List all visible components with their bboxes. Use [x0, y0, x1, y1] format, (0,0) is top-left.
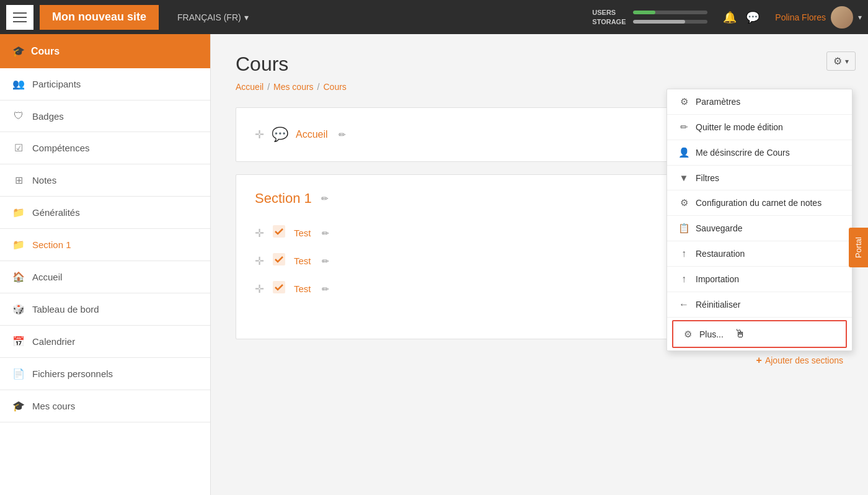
avatar: [831, 6, 853, 29]
hamburger-icon: [13, 12, 27, 22]
dropdown-item-config-notes[interactable]: ⚙ Configuration du carnet de notes: [667, 190, 852, 216]
bell-icon[interactable]: 🔔: [723, 11, 737, 24]
svg-rect-0: [273, 225, 285, 238]
folder-icon: 📁: [12, 239, 25, 251]
drag-handle[interactable]: ✛: [255, 282, 264, 296]
upload-icon: ↑: [678, 248, 689, 259]
graduation-icon: 🎓: [12, 45, 25, 57]
settings-button[interactable]: ⚙ ▾: [826, 51, 856, 71]
gear-icon: ⚙: [678, 197, 689, 208]
notification-icons: 🔔 💬: [723, 11, 760, 24]
chevron-down-icon: ▾: [845, 57, 849, 66]
import-icon: ↑: [678, 274, 689, 285]
folder-icon: 📁: [12, 207, 25, 218]
sidebar-item-competences[interactable]: ☑ Compétences: [0, 132, 210, 164]
edit-pencil-icon[interactable]: ✏: [322, 284, 329, 294]
site-name[interactable]: Mon nouveau site: [40, 5, 159, 30]
activity-link-2[interactable]: Test: [294, 256, 311, 266]
main-layout: 🎓 Cours 👥 Participants 🛡 Badges ☑ Compét…: [0, 34, 868, 495]
dropdown-item-quitter-edition[interactable]: ✏ Quitter le mode édition: [667, 115, 852, 140]
edit-pencil-icon[interactable]: ✏: [339, 130, 346, 140]
graduation-icon: 🎓: [12, 400, 25, 412]
user-menu[interactable]: Polina Flores ▾: [775, 6, 862, 29]
sidebar-item-mes-cours[interactable]: 🎓 Mes cours: [0, 390, 210, 422]
activity-link-1[interactable]: Test: [294, 228, 311, 238]
portal-tab[interactable]: Portal: [849, 228, 868, 267]
home-icon: 🏠: [12, 271, 25, 283]
dropdown-item-restauration[interactable]: ↑ Restauration: [667, 241, 852, 267]
sidebar-item-generalites[interactable]: 📁 Généralités: [0, 197, 210, 229]
storage-bar-fill: [633, 20, 685, 24]
users-bar-fill: [633, 11, 655, 14]
resource-stats: USERS STORAGE: [592, 9, 707, 25]
portal-label: Portal: [854, 237, 863, 258]
pencil-icon: ✏: [678, 122, 689, 133]
user-name: Polina Flores: [775, 12, 826, 22]
chevron-down-icon: ▾: [858, 13, 862, 22]
quiz-icon: [272, 224, 286, 242]
check-icon: ☑: [12, 142, 25, 154]
quiz-icon: [272, 280, 286, 298]
sidebar-item-badges[interactable]: 🛡 Badges: [0, 100, 210, 132]
chat-icon: 💬: [272, 127, 288, 143]
sidebar-item-participants[interactable]: 👥 Participants: [0, 68, 210, 100]
chevron-down-icon: ▾: [244, 12, 249, 22]
storage-bar: [633, 20, 707, 24]
drag-handle[interactable]: ✛: [255, 128, 264, 141]
file-icon: 📄: [12, 368, 25, 380]
sidebar-item-calendrier[interactable]: 📅 Calendrier: [0, 326, 210, 358]
sidebar-item-section1[interactable]: 📁 Section 1: [0, 229, 210, 261]
breadcrumb-mes-cours[interactable]: Mes cours: [273, 82, 314, 92]
grid-icon: ⊞: [12, 174, 25, 186]
calendar-icon: 📅: [12, 336, 25, 347]
user-icon: 👤: [678, 147, 689, 158]
edit-pencil-icon[interactable]: ✏: [321, 194, 329, 203]
dropdown-item-sauvegarde[interactable]: 📋 Sauvegarde: [667, 216, 852, 241]
users-bar: [633, 11, 707, 14]
breadcrumb-cours[interactable]: Cours: [324, 82, 347, 92]
edit-pencil-icon[interactable]: ✏: [322, 256, 329, 266]
drag-handle[interactable]: ✛: [255, 254, 264, 268]
document-icon: 📋: [678, 223, 689, 234]
plus-icon: +: [756, 355, 762, 366]
activity-link-3[interactable]: Test: [294, 283, 311, 294]
dropdown-item-parametres[interactable]: ⚙ Paramètres: [667, 89, 852, 115]
dropdown-item-filtres[interactable]: ▼ Filtres: [667, 166, 852, 190]
edit-pencil-icon[interactable]: ✏: [322, 228, 329, 238]
gear-icon: ⚙: [678, 96, 689, 107]
top-navigation: Mon nouveau site FRANÇAIS (FR) ▾ USERS S…: [0, 0, 868, 34]
sidebar-item-accueil[interactable]: 🏠 Accueil: [0, 261, 210, 293]
reset-icon: ←: [678, 299, 689, 310]
shield-icon: 🛡: [12, 110, 25, 122]
page-title: Cours: [236, 53, 843, 76]
filter-icon: ▼: [678, 172, 689, 183]
svg-rect-1: [273, 253, 285, 265]
svg-rect-2: [273, 281, 285, 293]
gear-icon: ⚙: [682, 329, 693, 340]
accueil-link[interactable]: Accueil: [296, 129, 328, 140]
dropdown-item-plus[interactable]: ⚙ Plus... 🖱: [672, 320, 847, 348]
breadcrumb-accueil[interactable]: Accueil: [236, 82, 264, 92]
add-sections-button[interactable]: + Ajouter des sections: [236, 352, 843, 369]
cursor-icon: 🖱: [735, 328, 746, 341]
main-content: Cours Accueil / Mes cours / Cours ⚙ ▾ ⚙ …: [211, 34, 868, 495]
hamburger-button[interactable]: [6, 5, 33, 30]
chat-icon[interactable]: 💬: [746, 11, 760, 24]
drag-handle[interactable]: ✛: [255, 226, 264, 240]
dropdown-item-importation[interactable]: ↑ Importation: [667, 267, 852, 292]
settings-dropdown: ⚙ Paramètres ✏ Quitter le mode édition 👤…: [666, 89, 852, 351]
storage-stat: STORAGE: [592, 18, 707, 25]
dropdown-item-desinscrire[interactable]: 👤 Me désinscrire de Cours: [667, 140, 852, 166]
sidebar-item-fichiers-personnels[interactable]: 📄 Fichiers personnels: [0, 358, 210, 390]
section1-title: Section 1: [255, 190, 312, 207]
dropdown-item-reinitialiser[interactable]: ← Réinitialiser: [667, 292, 852, 318]
gear-icon: ⚙: [833, 55, 842, 67]
participants-icon: 👥: [12, 78, 25, 90]
sidebar: 🎓 Cours 👥 Participants 🛡 Badges ☑ Compét…: [0, 34, 211, 495]
breadcrumb-sep-2: /: [317, 82, 320, 92]
sidebar-item-notes[interactable]: ⊞ Notes: [0, 164, 210, 197]
sidebar-item-tableau-de-bord[interactable]: 🎲 Tableau de bord: [0, 293, 210, 326]
dashboard-icon: 🎲: [12, 303, 25, 315]
sidebar-item-cours[interactable]: 🎓 Cours: [0, 34, 210, 68]
language-selector[interactable]: FRANÇAIS (FR) ▾: [177, 12, 249, 22]
